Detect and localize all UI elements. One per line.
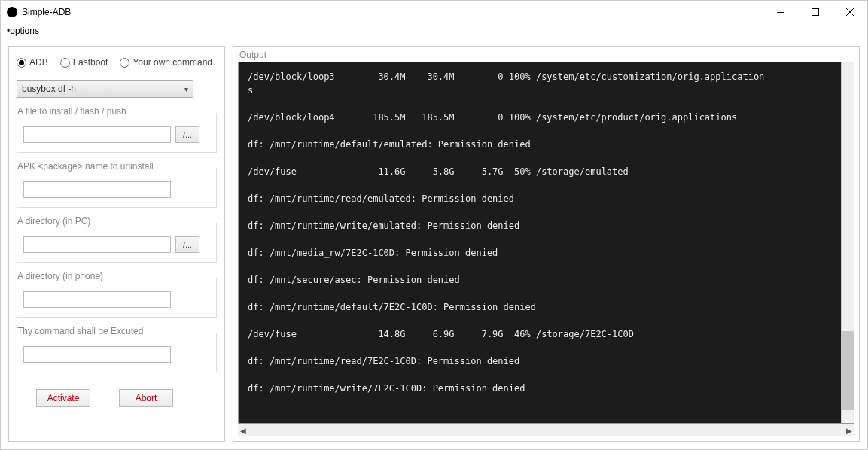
maximize-button[interactable] (798, 1, 833, 23)
group-uninstall (17, 168, 217, 208)
radio-label: Fastboot (73, 57, 108, 68)
radio-label: Your own command (132, 57, 212, 68)
custom-command-input[interactable] (23, 346, 171, 363)
radio-label: ADB (29, 57, 48, 68)
svg-rect-0 (777, 12, 784, 13)
menu-options[interactable]: options (4, 26, 42, 36)
close-button[interactable] (833, 1, 867, 23)
console-line: df: /mnt/runtime/read/emulated: Permissi… (248, 192, 832, 205)
radio-adb[interactable]: ADB (17, 57, 48, 68)
dir-pc-browse-button[interactable]: /... (175, 236, 199, 253)
group-cmd (17, 333, 217, 372)
console-line: df: /mnt/runtime/write/emulated: Permiss… (248, 219, 832, 233)
console-line: /dev/block/loop3 30.4M 30.4M 0 100% /sys… (248, 70, 832, 97)
group-dir-phone (17, 278, 217, 318)
scroll-right-icon: ▶ (846, 427, 852, 435)
radio-own-command[interactable]: Your own command (120, 57, 212, 68)
mode-radio-group: ADB Fastboot Your own command (17, 54, 217, 74)
minimize-icon (777, 12, 784, 13)
activate-button[interactable]: Activate (36, 389, 90, 407)
action-row: Activate Abort (17, 379, 217, 407)
dir-pc-input[interactable] (23, 236, 171, 253)
menubar: options (1, 23, 867, 38)
maximize-icon (812, 8, 819, 16)
horizontal-scrollbar[interactable]: ◀ ▶ (238, 424, 854, 436)
scrollbar-thumb[interactable] (842, 331, 854, 410)
uninstall-package-input[interactable] (23, 181, 171, 198)
minimize-button[interactable] (763, 1, 798, 23)
dir-phone-input[interactable] (23, 291, 171, 308)
group-dir-pc: /... (17, 223, 217, 263)
radio-icon (17, 58, 26, 68)
app-icon (7, 7, 17, 17)
console-line: /dev/block/loop4 185.5M 185.5M 0 100% /s… (248, 111, 832, 124)
console-line: df: /mnt/runtime/default/emulated: Permi… (248, 138, 832, 151)
command-dropdown[interactable]: busybox df -h ▾ (17, 80, 193, 98)
scroll-left-icon: ◀ (240, 427, 246, 435)
console-line: df: /mnt/media_rw/7E2C-1C0D: Permission … (248, 246, 832, 260)
radio-icon (120, 58, 129, 68)
output-panel: Output /dev/block/loop3 30.4M 30.4M 0 10… (233, 46, 860, 442)
group-install: /... (17, 113, 217, 153)
console-output: /dev/block/loop3 30.4M 30.4M 0 100% /sys… (239, 62, 841, 423)
install-path-input[interactable] (23, 126, 171, 143)
titlebar: Simple-ADB (1, 1, 867, 23)
svg-rect-1 (812, 9, 819, 16)
chevron-down-icon: ▾ (184, 85, 188, 93)
console-line: /dev/fuse 14.8G 6.9G 7.9G 46% /storage/7… (248, 327, 832, 341)
radio-fastboot[interactable]: Fastboot (60, 57, 108, 68)
dropdown-value: busybox df -h (22, 84, 76, 94)
console-line: df: /mnt/runtime/default/7E2C-1C0D: Perm… (248, 300, 832, 314)
console-line: df: /mnt/secure/asec: Permission denied (248, 273, 832, 287)
output-label: Output (238, 50, 854, 62)
vertical-scrollbar[interactable] (841, 62, 854, 423)
left-panel: ADB Fastboot Your own command busybox df… (8, 46, 225, 442)
console-line: df: /mnt/runtime/read/7E2C-1C0D: Permiss… (248, 354, 832, 368)
console-line: /dev/fuse 11.6G 5.8G 5.7G 50% /storage/e… (248, 165, 832, 178)
console-line: df: /mnt/runtime/write/7E2C-1C0D: Permis… (248, 382, 832, 395)
install-browse-button[interactable]: /... (175, 126, 199, 143)
abort-button[interactable]: Abort (119, 389, 173, 407)
radio-icon (60, 58, 70, 68)
close-icon (846, 8, 854, 16)
window-title: Simple-ADB (22, 7, 71, 17)
